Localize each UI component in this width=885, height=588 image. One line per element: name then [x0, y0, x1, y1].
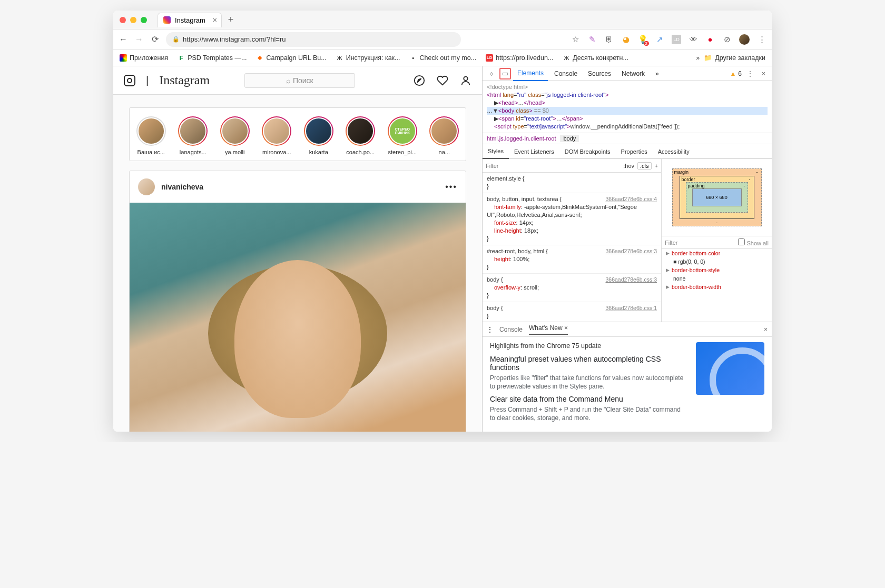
profile-avatar[interactable]: [739, 34, 750, 45]
crumb-html[interactable]: html.js.logged-in.client-root: [487, 135, 556, 142]
drawer-headline: Highlights from the Chrome 75 update: [490, 342, 687, 350]
tab-accessibility[interactable]: Accessibility: [653, 144, 695, 159]
tab-properties[interactable]: Properties: [616, 144, 653, 159]
close-button[interactable]: [120, 17, 126, 23]
story-item[interactable]: lanagots...: [177, 116, 210, 155]
nav-icons: [414, 75, 471, 86]
ext-noentry-icon[interactable]: ⊘: [722, 35, 732, 44]
cls-toggle[interactable]: .cls: [637, 162, 652, 170]
warnings-badge[interactable]: ▲6: [730, 70, 742, 77]
device-toggle-icon[interactable]: ▭: [499, 68, 511, 79]
browser-tab[interactable]: Instagram ×: [158, 13, 222, 27]
heart-icon[interactable]: [437, 75, 448, 86]
story-username: stereo_pi...: [388, 149, 417, 155]
tab-network[interactable]: Network: [617, 66, 649, 81]
post-image[interactable]: [130, 203, 466, 432]
bookmark-item[interactable]: FPSD Templates —...: [178, 54, 247, 62]
camera-icon[interactable]: [124, 75, 135, 86]
post-avatar[interactable]: [138, 178, 155, 195]
bookmark-item[interactable]: ▪Check out my mo...: [409, 54, 476, 62]
styles-rules[interactable]: :hov .cls + element.style {}366aad278e6b…: [483, 159, 661, 322]
story-item[interactable]: mironova...: [261, 116, 293, 155]
search-input[interactable]: ⌕ Поиск: [244, 73, 355, 88]
story-item[interactable]: Ваша ис...: [135, 116, 168, 155]
other-bookmarks[interactable]: 📁Другие закладки: [704, 54, 765, 62]
computed-property[interactable]: ▶border-bottom-color: [662, 249, 772, 257]
ext-ld-icon[interactable]: LD: [672, 35, 681, 44]
address-bar-row: ← → ⟳ 🔒 https://www.instagram.com/?hl=ru…: [113, 29, 772, 49]
post-more-icon[interactable]: •••: [445, 182, 457, 192]
computed-property[interactable]: ▶border-bottom-width: [662, 283, 772, 291]
bookmark-item[interactable]: ◆Campaign URL Bu...: [256, 54, 326, 62]
devtools-tabs: ⟐ ▭ Elements Console Sources Network » ▲…: [483, 66, 772, 81]
bookmark-apps[interactable]: Приложения: [120, 54, 168, 62]
bookmarks-overflow[interactable]: »: [696, 54, 700, 62]
reload-button[interactable]: ⟳: [150, 34, 160, 44]
url-bar[interactable]: 🔒 https://www.instagram.com/?hl=ru: [166, 32, 461, 47]
inspect-icon[interactable]: ⟐: [486, 68, 497, 79]
drawer-close-icon[interactable]: ×: [764, 326, 768, 333]
dom-tree[interactable]: <!doctype html> <html lang="ru" class="j…: [483, 81, 772, 133]
css-rule[interactable]: 366aad278e6b.css:3body {overflow-y: scro…: [483, 274, 661, 302]
bookmark-item[interactable]: ЖИнструкция: как...: [336, 54, 400, 62]
drawer-title-2: Clear site data from the Command Menu: [490, 395, 687, 403]
story-item[interactable]: na...: [428, 116, 461, 155]
ext-pinterest-icon[interactable]: ●: [705, 35, 715, 44]
styles-filter-row: :hov .cls +: [483, 159, 661, 173]
devtools-menu-icon[interactable]: ⋮: [744, 70, 756, 77]
computed-property[interactable]: ▶border-bottom-style: [662, 266, 772, 274]
drawer-tab-console[interactable]: Console: [499, 326, 523, 333]
menu-dots-icon[interactable]: ⋮: [757, 35, 766, 44]
tab-styles[interactable]: Styles: [483, 144, 509, 159]
ext-arrow-icon[interactable]: ↗: [655, 35, 664, 44]
styles-filter-input[interactable]: [486, 163, 620, 169]
tab-event-listeners[interactable]: Event Listeners: [509, 144, 559, 159]
story-item[interactable]: СТЕРЕОПИКНИКstereo_pi...: [386, 116, 419, 155]
tab-close-icon[interactable]: ×: [213, 16, 217, 24]
breadcrumb[interactable]: html.js.logged-in.client-root body: [483, 133, 772, 144]
tab-elements[interactable]: Elements: [513, 66, 548, 81]
bookmark-star-icon[interactable]: ☆: [571, 35, 580, 44]
tab-console[interactable]: Console: [550, 66, 582, 81]
back-button[interactable]: ←: [119, 35, 128, 44]
post-username[interactable]: nivanicheva: [161, 183, 203, 191]
drawer-menu-icon[interactable]: ⋮: [487, 326, 493, 333]
tab-sources[interactable]: Sources: [584, 66, 615, 81]
feed-post: nivanicheva •••: [129, 171, 466, 432]
profile-icon[interactable]: [460, 75, 471, 86]
css-rule[interactable]: element.style {}: [483, 173, 661, 193]
show-all-checkbox[interactable]: [738, 238, 745, 245]
ext-shield-icon[interactable]: ⛨: [604, 35, 614, 44]
css-rule[interactable]: 366aad278e6b.css:4body, button, input, t…: [483, 193, 661, 245]
drawer: ⋮ Console What's New × × Highlights from…: [483, 322, 772, 432]
bookmark-item[interactable]: ЖДесять конкретн...: [563, 54, 628, 62]
maximize-button[interactable]: [141, 17, 147, 23]
drawer-body: Highlights from the Chrome 75 update Mea…: [483, 337, 772, 432]
story-item[interactable]: coach.po...: [345, 116, 377, 155]
tab-dom-breakpoints[interactable]: DOM Breakpoints: [559, 144, 616, 159]
story-item[interactable]: kukarta: [302, 116, 335, 155]
add-rule-icon[interactable]: +: [655, 163, 658, 169]
devtools-close-icon[interactable]: ×: [759, 70, 769, 77]
crumb-body[interactable]: body: [560, 135, 579, 142]
explore-icon[interactable]: [414, 75, 425, 86]
drawer-tab-whatsnew[interactable]: What's New ×: [529, 324, 568, 335]
ext-eye-icon[interactable]: 👁: [689, 35, 698, 44]
css-rule[interactable]: 366aad278e6b.css:1body {}: [483, 302, 661, 322]
box-model[interactable]: margin-- border- padding- 690 × 680: [662, 159, 772, 236]
ext-similarweb-icon[interactable]: ◕: [621, 35, 631, 44]
minimize-button[interactable]: [130, 17, 136, 23]
forward-button[interactable]: →: [134, 35, 144, 44]
new-tab-button[interactable]: +: [228, 14, 234, 25]
hov-toggle[interactable]: :hov: [623, 163, 634, 169]
css-rule[interactable]: 366aad278e6b.css:3#react-root, body, htm…: [483, 245, 661, 274]
instagram-logo[interactable]: Instagram: [159, 73, 210, 87]
computed-filter[interactable]: Filter: [665, 240, 677, 246]
bookmarks-bar: Приложения FPSD Templates —... ◆Campaign…: [113, 49, 772, 66]
ext-pen-icon[interactable]: ✎: [587, 35, 597, 44]
stories-tray[interactable]: Ваша ис...lanagots...ya.mollimironova...…: [129, 107, 466, 161]
ext-bulb-icon[interactable]: 💡2: [638, 35, 647, 44]
tabs-overflow[interactable]: »: [651, 66, 663, 81]
story-item[interactable]: ya.molli: [219, 116, 251, 155]
bookmark-item[interactable]: LDhttps://pro.livedun...: [486, 54, 553, 62]
